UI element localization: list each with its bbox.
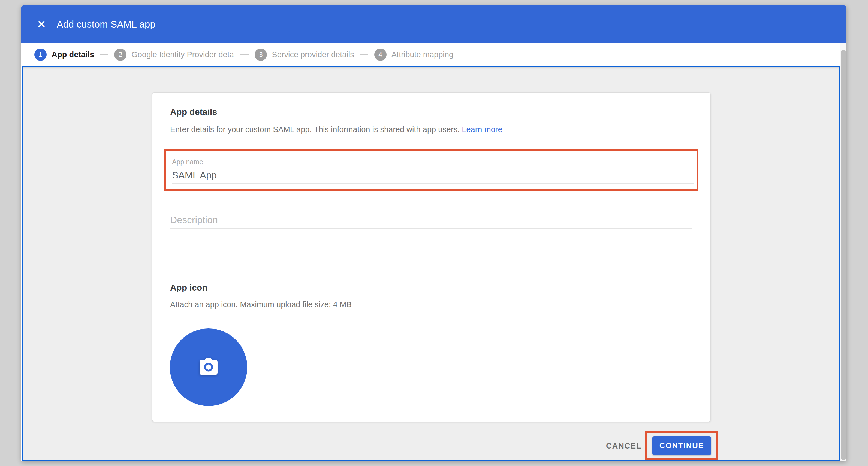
app-details-card: App details Enter details for your custo… xyxy=(152,92,711,422)
add-custom-saml-app-dialog: ✕ Add custom SAML app 1 App details 2 Go… xyxy=(21,5,846,461)
app-icon-hint: Attach an app icon. Maximum upload file … xyxy=(170,300,352,309)
step-connector xyxy=(360,54,368,55)
annotation-app-name-highlight: App name xyxy=(164,149,699,191)
app-name-input[interactable] xyxy=(172,168,694,184)
step-connector xyxy=(241,54,249,55)
step-1-badge: 1 xyxy=(34,49,46,61)
card-title: App details xyxy=(170,107,217,117)
camera-icon xyxy=(197,357,220,377)
dialog-title: Add custom SAML app xyxy=(57,19,155,30)
step-google-idp-details[interactable]: 2 Google Identity Provider details xyxy=(114,49,235,61)
step-attribute-mapping[interactable]: 4 Attribute mapping xyxy=(374,49,453,61)
step-4-badge: 4 xyxy=(374,49,386,61)
step-3-label: Service provider details xyxy=(272,50,354,59)
step-connector xyxy=(100,54,108,55)
scrollbar[interactable] xyxy=(840,43,846,461)
step-1-label: App details xyxy=(52,50,94,59)
card-intro: Enter details for your custom SAML app. … xyxy=(170,125,502,134)
app-icon-title: App icon xyxy=(170,283,208,293)
step-app-details[interactable]: 1 App details xyxy=(34,49,94,61)
step-service-provider-details[interactable]: 3 Service provider details xyxy=(255,49,354,61)
card-intro-text: Enter details for your custom SAML app. … xyxy=(170,125,460,134)
learn-more-link[interactable]: Learn more xyxy=(462,125,502,134)
close-icon: ✕ xyxy=(37,19,46,30)
app-name-field: App name xyxy=(172,158,696,184)
app-name-label: App name xyxy=(172,158,696,166)
step-2-badge: 2 xyxy=(114,49,126,61)
dialog-body: App details Enter details for your custo… xyxy=(22,66,840,461)
annotation-continue-highlight: CONTINUE xyxy=(645,431,718,460)
cancel-button[interactable]: CANCEL xyxy=(594,437,654,454)
app-icon-upload-button[interactable] xyxy=(170,328,247,406)
step-2-label: Google Identity Provider details xyxy=(131,50,235,59)
continue-button[interactable]: CONTINUE xyxy=(652,436,711,455)
stepper: 1 App details 2 Google Identity Provider… xyxy=(21,43,840,66)
step-3-badge: 3 xyxy=(255,49,267,61)
description-input[interactable] xyxy=(170,213,692,229)
step-4-label: Attribute mapping xyxy=(392,50,453,59)
dialog-header: ✕ Add custom SAML app xyxy=(21,5,846,43)
close-button[interactable]: ✕ xyxy=(35,18,48,31)
scrollbar-thumb[interactable] xyxy=(841,50,846,460)
